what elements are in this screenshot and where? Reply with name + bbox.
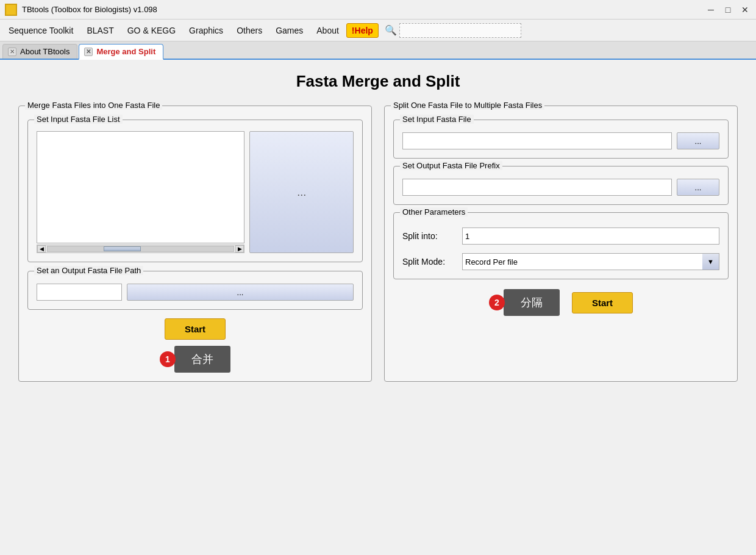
- split-input-browse[interactable]: ...: [677, 132, 719, 149]
- merge-btn-container: 1 合并: [160, 346, 230, 373]
- window-title: TBtools (Toolbox for Biologists) v1.098: [22, 5, 705, 14]
- maximize-button[interactable]: □: [722, 4, 734, 16]
- tab-merge-split[interactable]: ✕ Merge and Split: [79, 44, 163, 60]
- right-start-button[interactable]: Start: [572, 292, 633, 313]
- tab-bar: ✕ About TBtools ✕ Merge and Split: [0, 41, 756, 60]
- split-input-title: Set Input Fasta File: [400, 115, 474, 124]
- split-into-row: Split into:: [402, 227, 719, 245]
- close-button[interactable]: ✕: [739, 4, 751, 16]
- split-input-group: Set Input Fasta File ...: [393, 120, 729, 159]
- title-bar: TBtools (Toolbox for Biologists) v1.098 …: [0, 0, 756, 20]
- output-path-row: ...: [37, 284, 354, 301]
- right-bottom-row: 2 分隔 Start: [393, 289, 729, 316]
- split-action-button[interactable]: 分隔: [504, 289, 560, 316]
- input-file-list-group: Set Input Fasta File List ◀ ▶: [27, 120, 363, 262]
- search-area: 🔍: [382, 23, 521, 38]
- split-into-label: Split into:: [402, 231, 457, 241]
- split-input-row: ...: [402, 132, 719, 149]
- window-controls: ─ □ ✕: [705, 4, 751, 16]
- split-mode-row: Split Mode: Record Per file File Count ▼: [402, 253, 719, 270]
- split-output-field[interactable]: [402, 179, 672, 196]
- left-action-row: 1 合并: [27, 346, 363, 373]
- params-group: Other Parameters Split into: Split Mode:…: [393, 212, 729, 279]
- split-output-browse[interactable]: ...: [677, 179, 719, 196]
- left-panel: Merge Fasta Files into One Fasta File Se…: [18, 106, 372, 382]
- output-path-browse-button[interactable]: ...: [127, 284, 354, 301]
- menu-go-kegg[interactable]: GO & KEGG: [121, 23, 182, 38]
- tab-close-merge-split[interactable]: ✕: [84, 48, 93, 56]
- output-path-title: Set an Output Fasta File Path: [34, 266, 143, 275]
- menu-graphics[interactable]: Graphics: [183, 23, 229, 38]
- input-file-list-title: Set Input Fasta File List: [34, 115, 123, 124]
- split-btn-container: 2 分隔: [489, 289, 560, 316]
- split-mode-select-wrapper: Record Per file File Count ▼: [462, 253, 719, 270]
- tab-label-about: About TBtools: [20, 47, 70, 56]
- merge-number-badge: 1: [160, 351, 176, 367]
- add-files-button[interactable]: ...: [249, 131, 354, 253]
- tab-about-tbtools[interactable]: ✕ About TBtools: [2, 44, 77, 59]
- two-panels: Merge Fasta Files into One Fasta File Se…: [18, 106, 738, 382]
- search-input[interactable]: [399, 23, 521, 38]
- tab-label-merge-split: Merge and Split: [96, 47, 155, 56]
- merge-action-button[interactable]: 合并: [174, 346, 230, 373]
- scroll-left[interactable]: ◀: [37, 245, 46, 252]
- scrollbar[interactable]: ◀ ▶: [37, 245, 244, 253]
- menu-bar: Sequence Toolkit BLAST GO & KEGG Graphic…: [0, 20, 756, 41]
- split-output-group: Set Output Fasta File Prefix ...: [393, 166, 729, 205]
- split-number-badge: 2: [489, 295, 505, 310]
- split-into-input[interactable]: [462, 227, 719, 245]
- scroll-track[interactable]: [47, 246, 234, 252]
- menu-sequence-toolkit[interactable]: Sequence Toolkit: [2, 23, 79, 38]
- menu-blast[interactable]: BLAST: [80, 23, 119, 38]
- file-btn-area: ...: [249, 131, 354, 253]
- file-list-container: ◀ ▶ ...: [37, 131, 354, 253]
- minimize-button[interactable]: ─: [705, 4, 717, 16]
- menu-others[interactable]: Others: [230, 23, 268, 38]
- scroll-right[interactable]: ▶: [235, 245, 244, 252]
- split-input-field[interactable]: [402, 132, 672, 149]
- tab-close-about[interactable]: ✕: [8, 48, 16, 56]
- split-output-title: Set Output Fasta File Prefix: [400, 161, 502, 170]
- right-panel: Split One Fasta File to Multiple Fasta F…: [384, 106, 738, 382]
- page-title: Fasta Merge and Split: [18, 72, 738, 91]
- file-listbox[interactable]: [37, 131, 244, 243]
- app-icon: [5, 4, 17, 16]
- merge-section-title: Merge Fasta Files into One Fasta File: [25, 101, 162, 110]
- menu-games[interactable]: Games: [269, 23, 309, 38]
- output-path-input[interactable]: [37, 284, 122, 301]
- output-path-group: Set an Output Fasta File Path ...: [27, 271, 363, 310]
- search-icon-button[interactable]: 🔍: [382, 23, 399, 37]
- split-output-row: ...: [402, 179, 719, 196]
- main-content: Fasta Merge and Split Merge Fasta Files …: [0, 60, 756, 550]
- menu-about[interactable]: About: [310, 23, 345, 38]
- scroll-thumb: [104, 246, 141, 251]
- split-mode-label: Split Mode:: [402, 257, 457, 267]
- menu-help[interactable]: !Help: [346, 23, 379, 38]
- params-title: Other Parameters: [400, 207, 468, 217]
- split-section-title: Split One Fasta File to Multiple Fasta F…: [391, 101, 544, 110]
- left-start-button[interactable]: Start: [165, 318, 226, 340]
- split-mode-select[interactable]: Record Per file File Count: [462, 253, 719, 270]
